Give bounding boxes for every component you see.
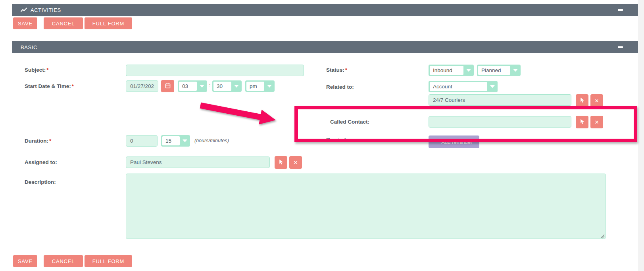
page-background-strip: [638, 0, 644, 271]
calendar-picker-button[interactable]: [161, 80, 174, 92]
called-contact-select-button[interactable]: [576, 116, 588, 128]
add-reminder-label: Add reminder: [441, 139, 472, 145]
description-label: Description:: [25, 179, 56, 185]
collapse-basic-button[interactable]: [614, 41, 626, 53]
duration-hours-input[interactable]: [126, 135, 158, 147]
start-hour-value: 03: [179, 82, 197, 91]
duration-label: Duration:*: [25, 138, 51, 144]
close-icon: ✕: [595, 119, 599, 125]
arrow-annotation: [194, 100, 285, 132]
save-button-bottom[interactable]: SAVE: [13, 255, 37, 267]
start-datetime-label: Start Date & Time:*: [25, 83, 74, 89]
required-asterisk: *: [72, 83, 74, 89]
duration-minutes-select[interactable]: 15: [161, 135, 190, 147]
called-contact-clear-button[interactable]: ✕: [590, 116, 603, 128]
reminders-label: Reminders:: [326, 137, 356, 143]
subject-label: Subject:*: [25, 67, 49, 73]
assigned-to-select-button[interactable]: [275, 156, 287, 169]
description-textarea[interactable]: [126, 174, 606, 239]
related-to-type-value: Account: [430, 82, 487, 91]
assigned-to-label: Assigned to:: [25, 159, 57, 165]
related-record-clear-button[interactable]: ✕: [590, 94, 603, 107]
status-label: Status:*: [326, 67, 347, 73]
basic-panel-title: BASIC: [21, 44, 37, 50]
required-asterisk: *: [46, 67, 48, 73]
start-date-input[interactable]: [126, 80, 158, 92]
related-to-type-select[interactable]: Account: [429, 81, 498, 92]
call-status-value: Planned: [478, 66, 510, 75]
minus-icon: [618, 46, 623, 48]
close-icon: ✕: [294, 160, 298, 166]
plus-icon: +: [436, 137, 439, 144]
quick-create-activity-page: ACTIVITIES SAVE CANCEL FULL FORM BASIC S…: [0, 0, 644, 271]
close-icon: ✕: [595, 98, 599, 104]
chevron-down-icon: [180, 136, 190, 145]
assigned-to-clear-button[interactable]: ✕: [289, 156, 302, 169]
save-button-top[interactable]: SAVE: [13, 17, 37, 29]
minus-icon: [618, 9, 623, 11]
basic-panel-header: BASIC: [12, 41, 638, 53]
chevron-down-icon: [197, 82, 207, 91]
start-minute-value: 30: [213, 82, 231, 91]
related-to-label: Related to:: [326, 84, 354, 90]
activities-chart-icon: [21, 8, 27, 12]
cursor-arrow-icon: [579, 97, 585, 104]
called-contact-label: Called Contact:: [330, 119, 369, 125]
duration-hint: (hours/minutes): [194, 138, 229, 143]
chevron-down-icon: [264, 82, 275, 91]
full-form-button-bottom[interactable]: FULL FORM: [85, 255, 132, 267]
start-hour-select[interactable]: 03: [178, 80, 207, 92]
activities-panel-title: ACTIVITIES: [31, 7, 61, 13]
add-reminder-button[interactable]: + Add reminder: [429, 136, 479, 148]
calendar-icon: [165, 82, 171, 90]
call-status-select[interactable]: Planned: [477, 65, 521, 76]
subject-input[interactable]: [126, 65, 304, 76]
time-separator: :: [209, 82, 211, 88]
start-meridiem-value: pm: [246, 82, 264, 91]
chevron-down-icon: [487, 82, 498, 91]
call-direction-value: Inbound: [430, 66, 463, 75]
start-minute-select[interactable]: 30: [212, 80, 242, 92]
cursor-arrow-icon: [579, 118, 585, 126]
collapse-activities-button[interactable]: [614, 4, 626, 16]
required-asterisk: *: [49, 138, 51, 144]
related-record-input[interactable]: [429, 94, 571, 106]
chevron-down-icon: [463, 66, 474, 75]
start-meridiem-select[interactable]: pm: [245, 80, 275, 92]
related-record-select-button[interactable]: [576, 94, 588, 107]
cursor-arrow-icon: [278, 159, 284, 166]
assigned-to-input[interactable]: [126, 156, 270, 168]
required-asterisk: *: [345, 67, 347, 73]
chevron-down-icon: [510, 66, 521, 75]
full-form-button-top[interactable]: FULL FORM: [85, 17, 132, 29]
called-contact-input[interactable]: [429, 116, 571, 128]
call-direction-select[interactable]: Inbound: [429, 65, 474, 76]
cancel-button-bottom[interactable]: CANCEL: [44, 255, 83, 267]
activities-panel-header: ACTIVITIES: [12, 4, 638, 16]
chevron-down-icon: [231, 82, 242, 91]
cancel-button-top[interactable]: CANCEL: [44, 17, 83, 29]
duration-minutes-value: 15: [162, 136, 180, 145]
